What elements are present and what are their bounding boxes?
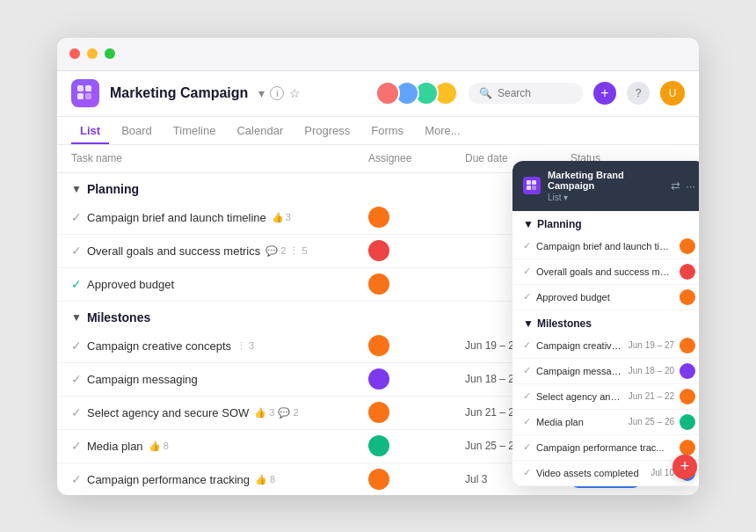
sp-task-name: Approved budget xyxy=(536,292,674,302)
svg-rect-5 xyxy=(532,180,536,185)
svg-rect-2 xyxy=(77,93,84,99)
tab-list[interactable]: List xyxy=(71,119,109,144)
tab-more[interactable]: More... xyxy=(416,119,469,144)
star-icon[interactable]: ☆ xyxy=(289,86,301,100)
sp-task-row[interactable]: ✓ Campaign brief and launch timeline xyxy=(512,234,699,259)
assignee-cell xyxy=(368,207,465,228)
tab-timeline[interactable]: Timeline xyxy=(164,119,225,144)
sp-check-icon: ✓ xyxy=(523,467,531,478)
check-icon: ✓ xyxy=(71,405,82,419)
assignee-avatar xyxy=(368,368,389,390)
assignee-cell xyxy=(368,402,465,423)
sp-task-name: Campaign messaging xyxy=(536,366,623,376)
svg-rect-1 xyxy=(85,85,91,91)
collapse-arrow[interactable]: ▼ xyxy=(71,311,82,324)
add-fab-button[interactable]: + xyxy=(672,455,697,479)
svg-rect-3 xyxy=(85,93,91,99)
info-icon[interactable]: i xyxy=(270,86,284,100)
sp-date: Jun 21 – 22 xyxy=(629,391,674,401)
sp-check-icon: ✓ xyxy=(523,390,531,402)
check-icon: ✓ xyxy=(71,277,82,291)
side-panel: Marketing Brand Campaign List ▾ ⇄ ··· ▼ … xyxy=(512,161,699,486)
header-icons: ▾ i ☆ xyxy=(258,86,301,100)
task-name: ✓ Campaign messaging xyxy=(71,372,368,386)
sp-task-name: Select agency and sec... xyxy=(536,391,623,402)
col-taskname: Task name xyxy=(71,152,368,164)
maximize-button[interactable] xyxy=(105,48,115,59)
sp-collapse-arrow[interactable]: ▼ xyxy=(523,218,534,230)
sp-date: Jun 19 – 27 xyxy=(629,340,674,350)
sp-task-name: Campaign performance trac... xyxy=(536,442,669,453)
task-name: ✓ Approved budget xyxy=(71,277,368,291)
comment-icon: 💬 2 xyxy=(278,407,298,419)
search-icon: 🔍 xyxy=(479,87,492,99)
sp-task-row[interactable]: ✓ Media plan Jun 25 – 26 xyxy=(512,410,699,435)
sp-avatar xyxy=(680,289,695,305)
assignee-avatar xyxy=(368,335,389,356)
sp-task-row[interactable]: ✓ Campaign performance trac... xyxy=(512,435,699,461)
sp-task-row[interactable]: ✓ Campaign messaging Jun 18 – 20 xyxy=(512,359,699,384)
more-icon[interactable]: ··· xyxy=(686,179,695,193)
assignee-avatar xyxy=(368,273,389,295)
assignee-cell xyxy=(368,469,465,490)
tab-board[interactable]: Board xyxy=(113,119,161,144)
assignee-cell xyxy=(368,335,465,356)
assignee-cell xyxy=(368,368,465,390)
sp-section-title: Planning xyxy=(537,218,582,230)
assignee-avatar xyxy=(368,207,389,228)
assignee-avatar xyxy=(368,240,389,261)
tab-forms[interactable]: Forms xyxy=(362,119,412,144)
task-name: ✓ Media plan 👍 8 xyxy=(71,439,368,453)
sp-check-icon: ✓ xyxy=(523,291,531,302)
sp-task-row[interactable]: ✓ Approved budget xyxy=(512,285,699,310)
close-button[interactable] xyxy=(69,48,80,59)
minimize-button[interactable] xyxy=(87,48,98,59)
search-bar[interactable]: 🔍 xyxy=(469,83,583,104)
sp-avatar xyxy=(680,338,695,353)
sp-collapse-arrow[interactable]: ▼ xyxy=(523,317,534,330)
chevron-down-icon[interactable]: ▾ xyxy=(258,86,265,100)
svg-rect-4 xyxy=(527,180,531,185)
sp-date: Jun 18 – 20 xyxy=(629,366,674,375)
comment-icon: 💬 2 xyxy=(265,245,286,257)
sp-task-name: Overall goals and success metrics xyxy=(536,266,674,277)
collapse-arrow[interactable]: ▼ xyxy=(71,183,82,195)
avatar xyxy=(375,81,400,106)
sp-task-row[interactable]: ✓ Campaign creative con... Jun 19 – 27 xyxy=(512,333,699,359)
tab-progress[interactable]: Progress xyxy=(295,119,359,144)
sp-date: Jun 25 – 26 xyxy=(629,417,674,426)
user-avatar[interactable]: U xyxy=(660,81,685,106)
task-name: ✓ Overall goals and success metrics 💬 2 … xyxy=(71,244,368,258)
sp-check-icon: ✓ xyxy=(523,365,531,376)
team-avatars xyxy=(381,81,458,106)
sp-task-row[interactable]: ✓ Select agency and sec... Jun 21 – 22 xyxy=(512,384,699,410)
sp-task-row[interactable]: ✓ Video assets completed Jul 10 xyxy=(512,461,699,486)
tab-calendar[interactable]: Calendar xyxy=(228,119,292,144)
sp-task-row[interactable]: ✓ Overall goals and success metrics xyxy=(512,259,699,285)
sp-check-icon: ✓ xyxy=(523,416,531,427)
task-name: ✓ Campaign performance tracking 👍 8 xyxy=(71,472,368,486)
svg-rect-6 xyxy=(527,186,531,190)
add-button[interactable]: + xyxy=(593,82,616,105)
check-icon: ✓ xyxy=(71,339,82,353)
sp-section-title: Milestones xyxy=(537,317,592,330)
help-button[interactable]: ? xyxy=(627,82,650,105)
sp-date: Jul 10 xyxy=(651,468,674,477)
col-assignee: Assignee xyxy=(368,152,465,164)
sp-check-icon: ✓ xyxy=(523,441,531,453)
search-input[interactable] xyxy=(498,87,568,99)
sp-check-icon: ✓ xyxy=(523,240,531,251)
task-name: ✓ Campaign brief and launch timeline 👍 3 xyxy=(71,210,368,224)
assignee-cell xyxy=(368,240,465,261)
subtask-icon: ⋮ 3 xyxy=(236,340,254,352)
project-title: Marketing Campaign xyxy=(110,85,248,101)
subtask-icon: ⋮ 5 xyxy=(289,245,307,257)
assignee-avatar xyxy=(368,469,389,490)
like-icon: 👍 3 xyxy=(272,212,291,223)
app-icon xyxy=(71,79,99,107)
sp-task-name: Video assets completed xyxy=(536,468,645,478)
sp-avatar xyxy=(680,264,695,280)
check-icon: ✓ xyxy=(71,244,82,258)
check-icon: ✓ xyxy=(71,472,82,486)
share-icon[interactable]: ⇄ xyxy=(671,179,680,193)
